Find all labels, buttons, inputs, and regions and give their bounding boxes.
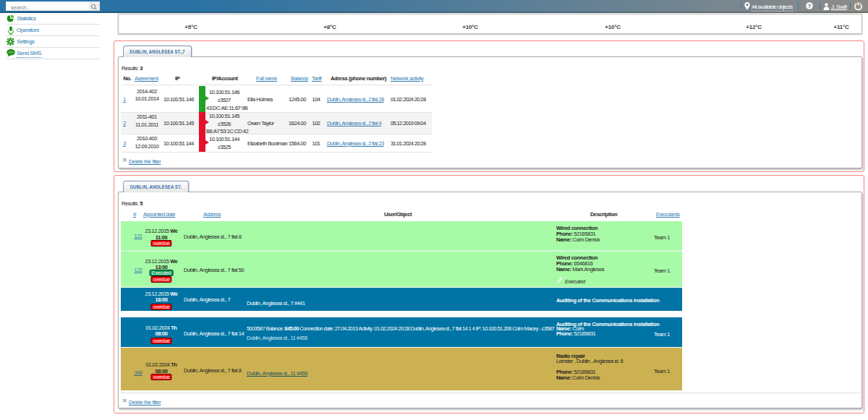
svg-text:?: ? — [808, 3, 812, 9]
